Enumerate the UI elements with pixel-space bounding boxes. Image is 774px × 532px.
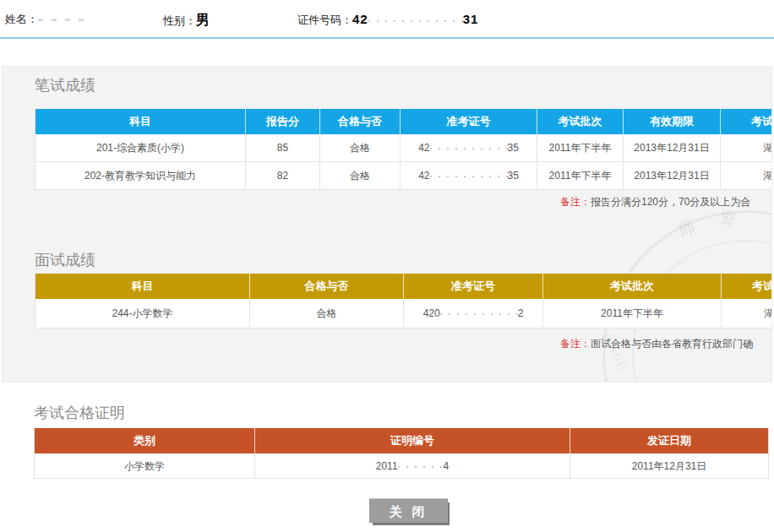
ticket-suffix: 2 — [518, 307, 524, 319]
column-header-pass: 合格与否 — [250, 274, 404, 299]
table-row: 244-小学数学 合格 4202 2011年下半年 湖北 — [35, 299, 772, 328]
cell-province: 湖北 — [722, 299, 772, 328]
column-header-province: 考试省份 — [721, 109, 772, 134]
ticket-prefix: 42 — [418, 170, 429, 182]
cell-valid: 2013年12月31日 — [624, 134, 721, 162]
interview-section-title: 面试成绩 — [35, 250, 95, 270]
redacted-ticket-digits — [440, 306, 518, 317]
cell-batch: 2011年下半年 — [543, 299, 722, 328]
cell-pass: 合格 — [320, 162, 401, 190]
redacted-cert-digits — [398, 459, 444, 470]
table-row: 201-综合素质(小学) 85 合格 4235 2011年下半年 2013年12… — [35, 134, 772, 162]
gender-value: 男 — [196, 13, 210, 27]
interview-table-header-row: 科目 合格与否 准考证号 考试批次 考试省份 — [35, 274, 772, 299]
cell-ticket: 4235 — [401, 162, 537, 190]
written-results-table: 科目 报告分 合格与否 准考证号 考试批次 有效期限 考试省份 201-综合素质… — [35, 109, 772, 190]
interview-results-table: 科目 合格与否 准考证号 考试批次 考试省份 244-小学数学 合格 4202 … — [35, 274, 772, 328]
name-field: 姓名： — [5, 12, 89, 27]
cell-cert-number: 20114 — [255, 453, 570, 479]
column-header-valid: 有效期限 — [624, 109, 721, 134]
remark-label: 备注： — [560, 196, 591, 208]
id-number-field: 证件号码：4231 — [297, 12, 478, 28]
redacted-ticket-digits — [430, 140, 508, 151]
cell-pass: 合格 — [250, 299, 404, 328]
column-header-subject: 科目 — [35, 109, 246, 134]
close-button[interactable]: 关 闭 — [369, 498, 448, 523]
cell-ticket: 4235 — [401, 134, 537, 162]
cell-score: 85 — [246, 134, 320, 162]
watermark-char-1: 师 — [676, 215, 698, 242]
column-header-issue-date: 发证日期 — [570, 428, 769, 453]
ticket-prefix: 42 — [418, 142, 429, 154]
cell-province: 湖北 — [721, 162, 772, 190]
ticket-suffix: 35 — [508, 170, 519, 182]
results-panel: 师 资 ation 笔试成绩 科目 报告分 合格与否 准考证号 考试批次 有效期… — [2, 66, 772, 383]
remark-label: 备注： — [560, 338, 591, 350]
cell-subject: 244-小学数学 — [35, 299, 250, 328]
cell-issue-date: 2011年12月31日 — [570, 453, 769, 479]
cell-subject: 202-教育教学知识与能力 — [35, 162, 246, 190]
cell-category: 小学数学 — [34, 453, 255, 479]
gender-label: 性别： — [163, 14, 196, 27]
column-header-ticket: 准考证号 — [401, 109, 537, 134]
id-number-suffix: 31 — [463, 12, 479, 26]
redacted-id-digits — [368, 13, 463, 24]
certificate-table: 类别 证明编号 发证日期 小学数学 20114 2011年12月31日 — [34, 428, 769, 479]
id-number-prefix: 42 — [352, 12, 368, 26]
cell-valid: 2013年12月31日 — [624, 162, 721, 190]
column-header-cert-number: 证明编号 — [255, 428, 570, 453]
remark-text: 面试合格与否由各省教育行政部门确 — [591, 338, 753, 350]
table-row: 小学数学 20114 2011年12月31日 — [34, 453, 769, 479]
interview-remark: 备注：面试合格与否由各省教育行政部门确 — [560, 337, 753, 351]
column-header-pass: 合格与否 — [320, 109, 401, 134]
cell-subject: 201-综合素质(小学) — [35, 134, 246, 162]
cert-number-suffix: 4 — [444, 460, 450, 472]
certificate-table-header-row: 类别 证明编号 发证日期 — [34, 428, 769, 453]
column-header-batch: 考试批次 — [543, 274, 722, 299]
identity-bar: 姓名： 性别：男 证件号码：4231 — [0, 0, 774, 39]
cell-ticket: 4202 — [404, 299, 543, 328]
column-header-category: 类别 — [34, 428, 255, 453]
table-row: 202-教育教学知识与能力 82 合格 4235 2011年下半年 2013年1… — [35, 162, 772, 190]
redacted-ticket-digits — [430, 168, 508, 179]
remark-text: 报告分满分120分，70分及以上为合 — [591, 196, 750, 208]
cell-batch: 2011年下半年 — [537, 162, 624, 190]
written-remark: 备注：报告分满分120分，70分及以上为合 — [560, 195, 750, 209]
ticket-prefix: 420 — [423, 307, 440, 319]
cell-batch: 2011年下半年 — [537, 134, 624, 162]
column-header-ticket: 准考证号 — [404, 274, 543, 299]
column-header-score: 报告分 — [246, 109, 320, 134]
cert-number-prefix: 2011 — [376, 460, 398, 472]
column-header-subject: 科目 — [35, 274, 250, 299]
cell-province: 湖北 — [721, 134, 772, 162]
ticket-suffix: 35 — [508, 142, 519, 154]
id-label: 证件号码： — [297, 14, 352, 26]
written-section-title: 笔试成绩 — [35, 75, 95, 95]
column-header-province: 考试省份 — [722, 274, 772, 299]
column-header-batch: 考试批次 — [537, 109, 624, 134]
redacted-name — [38, 12, 89, 23]
gender-field: 性别：男 — [163, 12, 210, 30]
certificate-section-title: 考试合格证明 — [34, 403, 125, 423]
written-table-header-row: 科目 报告分 合格与否 准考证号 考试批次 有效期限 考试省份 — [35, 109, 772, 134]
cell-score: 82 — [246, 162, 320, 190]
cell-pass: 合格 — [320, 134, 401, 162]
name-label: 姓名： — [5, 13, 38, 25]
